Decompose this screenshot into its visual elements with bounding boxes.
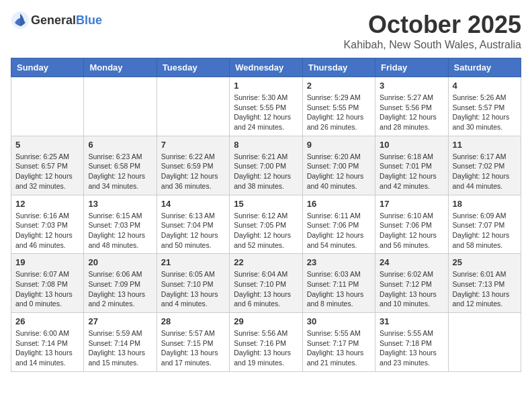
header: GeneralBlue October 2025 Kahibah, New So… xyxy=(11,11,521,51)
calendar-cell xyxy=(448,313,521,372)
calendar-cell: 25Sunrise: 6:01 AM Sunset: 7:13 PM Dayli… xyxy=(448,254,521,313)
cell-date: 5 xyxy=(15,140,79,150)
cell-date: 25 xyxy=(453,257,517,267)
logo-text-blue: Blue xyxy=(76,13,102,27)
cell-date: 14 xyxy=(161,199,225,209)
cell-date: 3 xyxy=(380,81,443,91)
cell-date: 30 xyxy=(307,316,371,326)
calendar-cell: 27Sunrise: 5:59 AM Sunset: 7:14 PM Dayli… xyxy=(84,313,157,372)
cell-info: Sunrise: 6:18 AM Sunset: 7:01 PM Dayligh… xyxy=(380,152,443,191)
cell-info: Sunrise: 6:02 AM Sunset: 7:12 PM Dayligh… xyxy=(380,269,443,309)
title-area: October 2025 Kahibah, New South Wales, A… xyxy=(344,11,521,51)
cell-date: 16 xyxy=(307,199,371,209)
calendar-week-row: 5Sunrise: 6:25 AM Sunset: 6:57 PM Daylig… xyxy=(11,136,521,195)
calendar-cell: 11Sunrise: 6:17 AM Sunset: 7:02 PM Dayli… xyxy=(448,136,521,195)
calendar-week-row: 12Sunrise: 6:16 AM Sunset: 7:03 PM Dayli… xyxy=(11,195,521,254)
cell-date: 4 xyxy=(453,81,517,91)
cell-date: 31 xyxy=(380,316,443,326)
calendar-cell: 10Sunrise: 6:18 AM Sunset: 7:01 PM Dayli… xyxy=(375,136,448,195)
cell-date: 29 xyxy=(234,316,298,326)
calendar-week-row: 19Sunrise: 6:07 AM Sunset: 7:08 PM Dayli… xyxy=(11,254,521,313)
calendar-cell: 30Sunrise: 5:55 AM Sunset: 7:17 PM Dayli… xyxy=(302,313,375,372)
cell-info: Sunrise: 6:16 AM Sunset: 7:03 PM Dayligh… xyxy=(15,211,79,250)
calendar-cell: 19Sunrise: 6:07 AM Sunset: 7:08 PM Dayli… xyxy=(11,254,84,313)
calendar-cell: 31Sunrise: 5:55 AM Sunset: 7:18 PM Dayli… xyxy=(375,313,448,372)
logo: GeneralBlue xyxy=(11,11,102,30)
cell-info: Sunrise: 5:59 AM Sunset: 7:14 PM Dayligh… xyxy=(88,328,152,368)
cell-info: Sunrise: 6:17 AM Sunset: 7:02 PM Dayligh… xyxy=(453,152,517,191)
cell-info: Sunrise: 6:22 AM Sunset: 6:59 PM Dayligh… xyxy=(161,152,225,191)
calendar-cell: 8Sunrise: 6:21 AM Sunset: 7:00 PM Daylig… xyxy=(230,136,302,195)
cell-info: Sunrise: 6:01 AM Sunset: 7:13 PM Dayligh… xyxy=(453,269,517,309)
calendar-cell: 4Sunrise: 5:26 AM Sunset: 5:57 PM Daylig… xyxy=(448,77,521,136)
month-title: October 2025 xyxy=(344,11,521,39)
cell-date: 12 xyxy=(15,199,79,209)
calendar-cell: 15Sunrise: 6:12 AM Sunset: 7:05 PM Dayli… xyxy=(230,195,302,254)
calendar-cell: 22Sunrise: 6:04 AM Sunset: 7:10 PM Dayli… xyxy=(230,254,302,313)
calendar-cell xyxy=(11,77,84,136)
cell-info: Sunrise: 6:15 AM Sunset: 7:03 PM Dayligh… xyxy=(88,211,152,250)
cell-date: 26 xyxy=(15,316,79,326)
calendar-cell: 20Sunrise: 6:06 AM Sunset: 7:09 PM Dayli… xyxy=(84,254,157,313)
cell-info: Sunrise: 6:11 AM Sunset: 7:06 PM Dayligh… xyxy=(307,211,371,250)
location-title: Kahibah, New South Wales, Australia xyxy=(344,39,521,51)
calendar-cell: 1Sunrise: 5:30 AM Sunset: 5:55 PM Daylig… xyxy=(230,77,302,136)
cell-info: Sunrise: 6:05 AM Sunset: 7:10 PM Dayligh… xyxy=(161,269,225,309)
calendar-cell: 13Sunrise: 6:15 AM Sunset: 7:03 PM Dayli… xyxy=(84,195,157,254)
cell-date: 18 xyxy=(453,199,517,209)
calendar-cell: 9Sunrise: 6:20 AM Sunset: 7:00 PM Daylig… xyxy=(302,136,375,195)
calendar-cell: 18Sunrise: 6:09 AM Sunset: 7:07 PM Dayli… xyxy=(448,195,521,254)
calendar-cell: 5Sunrise: 6:25 AM Sunset: 6:57 PM Daylig… xyxy=(11,136,84,195)
day-header-friday: Friday xyxy=(375,58,448,77)
cell-date: 19 xyxy=(15,257,79,267)
cell-info: Sunrise: 5:29 AM Sunset: 5:55 PM Dayligh… xyxy=(307,93,371,132)
day-header-tuesday: Tuesday xyxy=(157,58,229,77)
cell-date: 6 xyxy=(88,140,152,150)
calendar-cell: 3Sunrise: 5:27 AM Sunset: 5:56 PM Daylig… xyxy=(375,77,448,136)
cell-info: Sunrise: 6:10 AM Sunset: 7:06 PM Dayligh… xyxy=(380,211,443,250)
calendar-cell xyxy=(84,77,157,136)
cell-info: Sunrise: 6:04 AM Sunset: 7:10 PM Dayligh… xyxy=(234,269,298,309)
cell-date: 11 xyxy=(453,140,517,150)
calendar-header-row: SundayMondayTuesdayWednesdayThursdayFrid… xyxy=(11,58,521,77)
cell-info: Sunrise: 6:03 AM Sunset: 7:11 PM Dayligh… xyxy=(307,269,371,309)
calendar-cell: 12Sunrise: 6:16 AM Sunset: 7:03 PM Dayli… xyxy=(11,195,84,254)
cell-date: 20 xyxy=(88,257,152,267)
logo-text-general: General xyxy=(31,13,76,27)
cell-info: Sunrise: 5:55 AM Sunset: 7:18 PM Dayligh… xyxy=(380,328,443,368)
cell-date: 8 xyxy=(234,140,298,150)
cell-date: 22 xyxy=(234,257,298,267)
calendar-cell: 17Sunrise: 6:10 AM Sunset: 7:06 PM Dayli… xyxy=(375,195,448,254)
calendar-cell: 2Sunrise: 5:29 AM Sunset: 5:55 PM Daylig… xyxy=(302,77,375,136)
cell-info: Sunrise: 5:26 AM Sunset: 5:57 PM Dayligh… xyxy=(453,93,517,132)
calendar-cell: 21Sunrise: 6:05 AM Sunset: 7:10 PM Dayli… xyxy=(157,254,229,313)
cell-info: Sunrise: 5:57 AM Sunset: 7:15 PM Dayligh… xyxy=(161,328,225,368)
cell-date: 15 xyxy=(234,199,298,209)
calendar-cell: 14Sunrise: 6:13 AM Sunset: 7:04 PM Dayli… xyxy=(157,195,229,254)
day-header-sunday: Sunday xyxy=(11,58,84,77)
cell-date: 10 xyxy=(380,140,443,150)
cell-date: 9 xyxy=(307,140,371,150)
cell-info: Sunrise: 6:20 AM Sunset: 7:00 PM Dayligh… xyxy=(307,152,371,191)
cell-info: Sunrise: 6:13 AM Sunset: 7:04 PM Dayligh… xyxy=(161,211,225,250)
cell-date: 23 xyxy=(307,257,371,267)
cell-info: Sunrise: 5:27 AM Sunset: 5:56 PM Dayligh… xyxy=(380,93,443,132)
cell-info: Sunrise: 6:21 AM Sunset: 7:00 PM Dayligh… xyxy=(234,152,298,191)
calendar-cell: 24Sunrise: 6:02 AM Sunset: 7:12 PM Dayli… xyxy=(375,254,448,313)
cell-info: Sunrise: 6:09 AM Sunset: 7:07 PM Dayligh… xyxy=(453,211,517,250)
calendar-table: SundayMondayTuesdayWednesdayThursdayFrid… xyxy=(11,58,521,372)
logo-icon xyxy=(11,11,30,30)
cell-info: Sunrise: 6:06 AM Sunset: 7:09 PM Dayligh… xyxy=(88,269,152,309)
cell-info: Sunrise: 5:56 AM Sunset: 7:16 PM Dayligh… xyxy=(234,328,298,368)
cell-info: Sunrise: 5:30 AM Sunset: 5:55 PM Dayligh… xyxy=(234,93,298,132)
cell-date: 21 xyxy=(161,257,225,267)
calendar-cell: 7Sunrise: 6:22 AM Sunset: 6:59 PM Daylig… xyxy=(157,136,229,195)
calendar-week-row: 26Sunrise: 6:00 AM Sunset: 7:14 PM Dayli… xyxy=(11,313,521,372)
cell-info: Sunrise: 6:00 AM Sunset: 7:14 PM Dayligh… xyxy=(15,328,79,368)
cell-info: Sunrise: 5:55 AM Sunset: 7:17 PM Dayligh… xyxy=(307,328,371,368)
cell-date: 1 xyxy=(234,81,298,91)
day-header-wednesday: Wednesday xyxy=(230,58,302,77)
calendar-week-row: 1Sunrise: 5:30 AM Sunset: 5:55 PM Daylig… xyxy=(11,77,521,136)
day-header-saturday: Saturday xyxy=(448,58,521,77)
calendar-cell: 26Sunrise: 6:00 AM Sunset: 7:14 PM Dayli… xyxy=(11,313,84,372)
